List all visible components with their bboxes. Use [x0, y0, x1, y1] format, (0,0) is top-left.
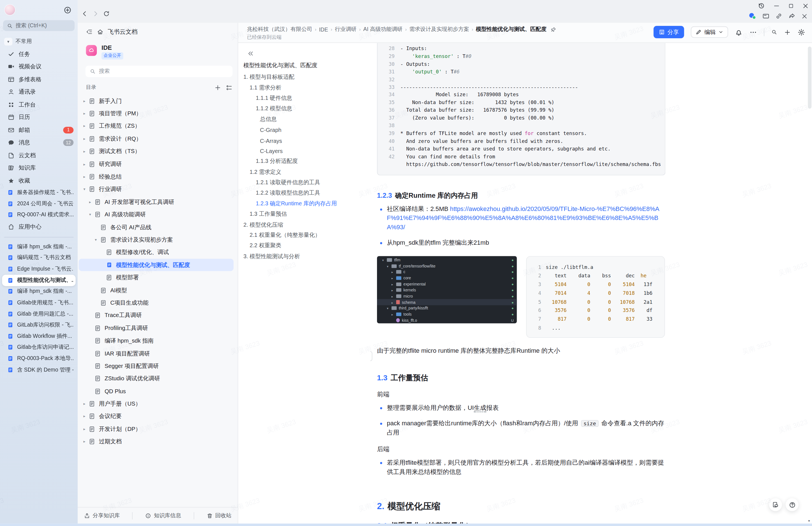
tree-item[interactable]: 模型部署 [79, 271, 234, 284]
outline-item[interactable]: 1.2 需求定义 [243, 167, 367, 178]
tree-item[interactable]: ▸经验总结 [79, 170, 234, 183]
user-avatar[interactable] [5, 5, 15, 15]
tree-item[interactable]: ▸研究调研 [79, 158, 234, 170]
sidebar-item-person[interactable]: 通讯录 [0, 86, 78, 98]
new-doc-icon[interactable] [784, 29, 791, 35]
sidebar-doc-item[interactable]: Gitlab Workflow 插件... [0, 331, 78, 342]
chevron-right-icon[interactable]: ▸ [82, 427, 87, 432]
sidebar-doc-item[interactable]: Gitlab 使用问题汇总 -... [0, 308, 78, 319]
tree-item[interactable]: AI模型 [79, 284, 234, 297]
sidebar-item-table[interactable]: 多维表格 [0, 73, 78, 86]
tree-item[interactable]: ▾行业调研 [79, 183, 234, 196]
tree-item[interactable]: Segger 项目配置调研 [79, 360, 234, 372]
tree-item[interactable]: 模型修改/优化、调试 [79, 246, 234, 259]
history-icon[interactable] [758, 2, 765, 9]
outline-item[interactable]: 3. 模型性能测试与分析 [243, 251, 367, 262]
tree-item[interactable]: ▸需求设计（RQ） [79, 133, 234, 145]
breadcrumb-item[interactable]: AI 高级功能调研 [363, 26, 402, 33]
breadcrumb-item[interactable]: 模型性能优化与测试、匹配度 [476, 26, 547, 33]
outline-item[interactable]: 1.3 工作量预估 [243, 209, 367, 220]
global-search-input[interactable]: 搜索 (Ctrl+K) [3, 20, 75, 31]
sidebar-item-grid[interactable]: 工作台 [0, 98, 78, 111]
more-actions-icon[interactable] [749, 28, 757, 36]
tree-item[interactable]: ▸项目管理（PM） [79, 107, 234, 120]
forward-doc-icon[interactable] [788, 12, 795, 20]
outline-item[interactable]: 1.1.2 模型信息 [243, 104, 367, 114]
maximize-icon[interactable] [788, 3, 794, 9]
tree-item[interactable]: IAR 项目配置调研 [79, 347, 234, 360]
sidebar-item-clouddoc[interactable]: 云文档 [0, 149, 78, 162]
sidebar-doc-item[interactable]: 编译 hpm_sdk 指南 -... [0, 241, 78, 252]
wiki-search-input[interactable]: 搜索 [85, 66, 232, 77]
sidebar-doc-item[interactable]: 服务器操作规范 - 飞书... [0, 187, 78, 198]
chevron-right-icon[interactable]: ▸ [82, 136, 87, 141]
sidebar-doc-item[interactable]: 2024 公司周会 - 飞书云... [0, 198, 78, 210]
outline-item[interactable]: 2.2 权重聚类 [243, 241, 367, 252]
sidebar-item-wiki[interactable]: 知识库 [0, 162, 78, 175]
sidebar-doc-item[interactable]: 含 SDK 的 Demo 管理 -... [0, 364, 78, 375]
notifications-bell-icon[interactable] [735, 28, 743, 36]
doc-search-icon[interactable] [771, 29, 777, 35]
tree-item[interactable]: ▸开发计划（DP） [79, 423, 234, 435]
breadcrumb-item[interactable]: 需求设计及实现初步方案 [409, 26, 469, 33]
chevron-down-icon[interactable]: ▾ [82, 187, 87, 192]
sidebar-item-video[interactable]: 视频会议 [0, 60, 78, 73]
tree-item[interactable]: ZStudio 调试优化调研 [79, 372, 234, 385]
tree-item[interactable]: ▸AI 开发部署可视化工具调研 [79, 195, 234, 208]
nav-back-icon[interactable] [81, 11, 88, 17]
breadcrumb-item[interactable]: IDE [319, 27, 328, 33]
outline-item[interactable]: 1.2.2 读取模型信息的工具 [243, 188, 367, 199]
chevron-right-icon[interactable]: ▸ [82, 111, 87, 116]
sidebar-item-star[interactable]: 收藏 [0, 175, 78, 187]
messenger-icon[interactable] [748, 12, 756, 20]
sidebar-group-infrequent[interactable]: ▾ 不常用 [0, 35, 78, 47]
outline-item[interactable]: C-Arrays [243, 135, 367, 146]
tree-item[interactable]: ▾AI 高级功能调研 [79, 208, 234, 221]
nav-refresh-icon[interactable] [103, 11, 110, 17]
outline-item[interactable]: 1.1 需求分析 [243, 82, 367, 93]
sidebar-doc-item[interactable]: Gitlab仓库访问申请记... [0, 342, 78, 353]
sidebar-item-check[interactable]: 任务 [0, 47, 78, 60]
chevron-right-icon[interactable]: ▸ [82, 401, 87, 406]
tree-item[interactable]: ▾需求设计及实现初步方案 [79, 234, 234, 246]
settings-gear-icon[interactable] [798, 28, 806, 36]
chevron-right-icon[interactable]: ▸ [82, 439, 87, 444]
tree-footer-info[interactable]: 知识库信息 [145, 512, 181, 519]
sidebar-doc-item[interactable]: GitLab库访问权限 - 飞... [0, 319, 78, 331]
feedback-button[interactable] [769, 498, 782, 511]
tree-footer-trash[interactable]: 回收站 [206, 512, 231, 519]
tree-item[interactable]: ▸会议纪要 [79, 410, 234, 423]
breadcrumb-item[interactable]: 行业调研 [335, 26, 357, 33]
tree-item[interactable]: ▸工作规范（ZS） [79, 120, 234, 133]
outline-item[interactable]: 1.1.3 分析适配度 [243, 156, 367, 167]
tree-item[interactable]: ▸测试文档（TS） [79, 145, 234, 158]
tree-item[interactable]: QD Plus [79, 385, 234, 397]
chevron-down-icon[interactable]: ▾ [88, 212, 93, 217]
sidebar-doc-item[interactable]: Edge Impulse - 飞书云... [0, 263, 78, 274]
outline-item[interactable]: 1.1.1 硬件信息 [243, 93, 367, 104]
chevron-right-icon[interactable]: ▸ [82, 175, 87, 179]
close-doc-icon[interactable] [801, 13, 808, 19]
sidebar-item-calendar[interactable]: 日历 [0, 111, 78, 124]
outline-item[interactable]: 总信息 [243, 114, 367, 125]
sidebar-item-mail[interactable]: 邮箱1 [0, 124, 78, 136]
chevron-right-icon[interactable]: ▸ [82, 124, 87, 129]
edit-button[interactable]: 编辑 [691, 27, 728, 38]
space-header[interactable]: IDE 企业公开 [78, 36, 238, 60]
sidebar-doc-item[interactable]: Gitlab使用规范 - 飞书... [0, 297, 78, 308]
chevron-right-icon[interactable]: ▸ [88, 200, 93, 205]
outline-item[interactable]: C-Layers [243, 146, 367, 156]
tree-footer-sharenode[interactable]: 分享知识库 [84, 512, 120, 519]
tree-item[interactable]: ▸过期文档 [79, 435, 234, 448]
tree-item[interactable]: Profiling工具调研 [79, 322, 234, 334]
tree-item[interactable]: 模型性能优化与测试、匹配度 [79, 259, 234, 271]
caret-down-icon[interactable]: ▾ [4, 37, 12, 45]
scroll-down-icon[interactable]: ▾ [808, 519, 810, 523]
sidebar-doc-item[interactable]: 模型性能优化与测试、... [2, 274, 75, 286]
chevron-down-icon[interactable]: ▾ [93, 237, 98, 242]
add-workspace-icon[interactable] [64, 6, 72, 14]
manage-catalog-icon[interactable] [226, 84, 233, 91]
embedded-image-vscode-tree[interactable]: ▾tflm●▾tf_core/tensorflow/lite●▸c●▸core●… [377, 256, 517, 323]
tree-item[interactable]: 编译 hpm_sdk 指南 [79, 334, 234, 347]
help-button[interactable] [785, 498, 798, 511]
